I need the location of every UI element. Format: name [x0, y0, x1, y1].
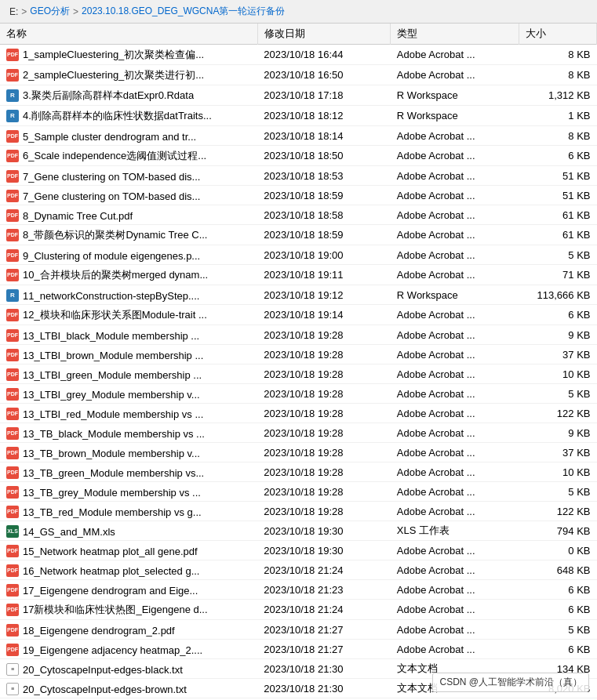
table-row[interactable]: PDF15_Network heatmap plot_all gene.pdf2… [0, 541, 597, 560]
pdf-icon: PDF [6, 624, 19, 637]
table-row[interactable]: PDF13_LTBI_red_Module membership vs ...2… [0, 404, 597, 423]
file-size-cell: 6 KB [519, 600, 597, 620]
xls-icon: XLS [6, 525, 19, 538]
file-type-cell: Adobe Acrobat ... [391, 186, 519, 205]
file-name-wrapper: ≡20_CytoscapeInput-edges-black.txt [6, 663, 183, 676]
table-row[interactable]: PDF13_LTBI_grey_Module membership v...20… [0, 384, 597, 404]
table-row[interactable]: PDF12_模块和临床形状关系图Module-trait ...2023/10/… [0, 305, 597, 325]
file-name-wrapper: PDF19_Eigengene adjacency heatmap_2.... [6, 644, 202, 656]
file-name-cell: PDF13_LTBI_red_Module membership vs ... [0, 404, 257, 423]
file-name-text: 13_LTBI_grey_Module membership v... [23, 389, 200, 401]
drive-label[interactable]: E: [9, 6, 18, 17]
col-header-date[interactable]: 修改日期 [257, 24, 391, 45]
file-name-cell: PDF10_合并模块后的聚类树merged dynam... [0, 265, 257, 285]
table-row[interactable]: PDF7_Gene clustering on TOM-based dis...… [0, 166, 597, 186]
col-header-type[interactable]: 类型 [391, 24, 519, 45]
table-row[interactable]: PDF2_sampleCluestering_初次聚类进行初...2023/10… [0, 65, 597, 85]
file-table: 名称 修改日期 类型 大小 PDF1_sampleCluestering_初次聚… [0, 24, 597, 700]
table-row[interactable]: R4.削除高群样本的临床性状数据datTraits...2023/10/18 1… [0, 106, 597, 126]
file-name-text: 19_Eigengene adjacency heatmap_2.... [23, 644, 202, 656]
table-row[interactable]: PDF8_Dynamic Tree Cut.pdf2023/10/18 18:5… [0, 205, 597, 225]
file-type-cell: Adobe Acrobat ... [391, 325, 519, 345]
table-row[interactable]: PDF1_sampleCluestering_初次聚类检查偏...2023/10… [0, 45, 597, 65]
table-row[interactable]: PDF5_Sample cluster dendrogram and tr...… [0, 126, 597, 146]
file-name-text: 13_TB_black_Module membership vs ... [23, 428, 205, 440]
file-name-wrapper: PDF16_Network heatmap plot_selected g... [6, 564, 199, 577]
file-name-text: 3.聚类后副除高群样本datExpr0.Rdata [23, 89, 194, 103]
file-date-cell: 2023/10/18 19:28 [257, 443, 391, 462]
table-row[interactable]: PDF18_Eigengene dendrogram_2.pdf2023/10/… [0, 620, 597, 640]
file-name-text: 6_Scale independence选阈值测试过程... [23, 149, 206, 163]
file-name-cell: PDF1_sampleCluestering_初次聚类检查偏... [0, 45, 257, 65]
file-size-cell: 71 KB [519, 265, 597, 285]
file-name-text: 5_Sample cluster dendrogram and tr... [23, 131, 196, 143]
table-row[interactable]: PDF13_LTBI_green_Module membership ...20… [0, 365, 597, 384]
file-type-cell: Adobe Acrobat ... [391, 560, 519, 580]
table-row[interactable]: PDF13_TB_green_Module membership vs...20… [0, 462, 597, 482]
pdf-icon: PDF [6, 388, 19, 401]
file-name-cell: PDF13_TB_brown_Module membership v... [0, 443, 257, 462]
file-date-cell: 2023/10/18 21:23 [257, 580, 391, 600]
file-name-wrapper: PDF2_sampleCluestering_初次聚类进行初... [6, 68, 204, 82]
file-size-cell: 8 KB [519, 45, 597, 65]
table-row[interactable]: PDF13_TB_red_Module membership vs g...20… [0, 502, 597, 521]
table-row[interactable]: R3.聚类后副除高群样本datExpr0.Rdata2023/10/18 17:… [0, 85, 597, 106]
table-row[interactable]: PDF17新模块和临床性状热图_Eigengene d...2023/10/18… [0, 600, 597, 620]
table-row[interactable]: PDF13_LTBI_black_Module membership ...20… [0, 325, 597, 345]
file-type-cell: Adobe Acrobat ... [391, 620, 519, 640]
file-date-cell: 2023/10/18 18:58 [257, 205, 391, 225]
file-date-cell: 2023/10/18 19:28 [257, 423, 391, 443]
file-name-cell: PDF13_LTBI_green_Module membership ... [0, 365, 257, 384]
table-row[interactable]: PDF13_TB_black_Module membership vs ...2… [0, 423, 597, 443]
file-name-text: 2_sampleCluestering_初次聚类进行初... [23, 68, 204, 82]
file-name-cell: PDF13_LTBI_brown_Module membership ... [0, 345, 257, 365]
table-row[interactable]: PDF16_Network heatmap plot_selected g...… [0, 560, 597, 580]
file-name-cell: PDF17新模块和临床性状热图_Eigengene d... [0, 600, 257, 620]
pdf-icon: PDF [6, 447, 19, 459]
pdf-icon: PDF [6, 408, 19, 420]
pdf-icon: PDF [6, 229, 19, 241]
r-icon: R [6, 289, 19, 302]
table-row[interactable]: PDF10_合并模块后的聚类树merged dynam...2023/10/18… [0, 265, 597, 285]
file-name-cell: ≡20_CytoscapeInput-edges-black.txt [0, 659, 257, 679]
file-name-wrapper: PDF8_Dynamic Tree Cut.pdf [6, 209, 133, 222]
file-name-wrapper: XLS14_GS_and_MM.xls [6, 525, 115, 538]
file-type-cell: Adobe Acrobat ... [391, 65, 519, 85]
table-row[interactable]: PDF9_Clustering of module eigengenes.p..… [0, 245, 597, 265]
table-row[interactable]: PDF7_Gene clustering on TOM-based dis...… [0, 186, 597, 205]
table-row[interactable]: R11_networkConstruction-stepByStep....20… [0, 285, 597, 305]
file-name-wrapper: PDF13_TB_brown_Module membership v... [6, 447, 200, 459]
file-name-cell: PDF5_Sample cluster dendrogram and tr... [0, 126, 257, 146]
file-name-cell: PDF18_Eigengene dendrogram_2.pdf [0, 620, 257, 640]
table-row[interactable]: PDF8_带颜色标识的聚类树Dynamic Tree C...2023/10/1… [0, 225, 597, 245]
file-date-cell: 2023/10/18 19:28 [257, 345, 391, 365]
file-type-cell: Adobe Acrobat ... [391, 146, 519, 166]
table-row[interactable]: PDF13_TB_brown_Module membership v...202… [0, 443, 597, 462]
file-name-cell: R11_networkConstruction-stepByStep.... [0, 285, 257, 305]
col-header-size[interactable]: 大小 [519, 24, 597, 45]
file-name-wrapper: PDF13_LTBI_red_Module membership vs ... [6, 408, 203, 420]
file-size-cell: 8 KB [519, 126, 597, 146]
file-name-cell: PDF13_TB_grey_Module membership vs ... [0, 482, 257, 502]
table-row[interactable]: PDF19_Eigengene adjacency heatmap_2....2… [0, 640, 597, 659]
file-name-text: 9_Clustering of module eigengenes.p... [23, 250, 200, 262]
table-row[interactable]: PDF17_Eigengene dendrogram and Eige...20… [0, 580, 597, 600]
file-name-cell: XLS14_GS_and_MM.xls [0, 521, 257, 541]
file-table-body: PDF1_sampleCluestering_初次聚类检查偏...2023/10… [0, 45, 597, 701]
table-row[interactable]: XLS14_GS_and_MM.xls2023/10/18 19:30XLS 工… [0, 521, 597, 541]
file-size-cell: 5 KB [519, 384, 597, 404]
pdf-icon: PDF [6, 329, 19, 342]
table-row[interactable]: PDF13_LTBI_brown_Module membership ...20… [0, 345, 597, 365]
file-name-text: 8_带颜色标识的聚类树Dynamic Tree C... [23, 228, 208, 242]
pdf-icon: PDF [6, 349, 19, 361]
file-size-cell: 1 KB [519, 106, 597, 126]
file-date-cell: 2023/10/18 16:50 [257, 65, 391, 85]
col-header-name[interactable]: 名称 [0, 24, 257, 45]
folder2-link[interactable]: 2023.10.18.GEO_DEG_WGCNA第一轮运行备份 [82, 5, 285, 18]
table-row[interactable]: PDF13_TB_grey_Module membership vs ...20… [0, 482, 597, 502]
table-row[interactable]: PDF6_Scale independence选阈值测试过程...2023/10… [0, 146, 597, 166]
folder1-link[interactable]: GEO分析 [30, 5, 70, 18]
file-date-cell: 2023/10/18 19:00 [257, 245, 391, 265]
file-size-cell: 37 KB [519, 443, 597, 462]
file-size-cell: 6 KB [519, 640, 597, 659]
